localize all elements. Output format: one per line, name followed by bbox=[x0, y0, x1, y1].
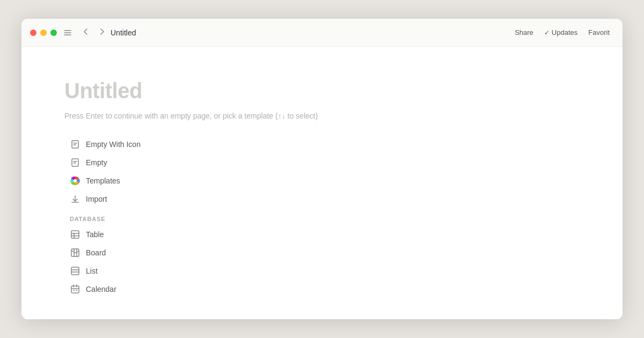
database-item-label: Calendar bbox=[86, 285, 116, 293]
database-item-label: Table bbox=[86, 230, 104, 239]
database-list: Table Board bbox=[64, 225, 580, 298]
database-item-label: Board bbox=[86, 248, 106, 257]
page-title-bar: Untitled bbox=[111, 28, 136, 37]
template-item-templates[interactable]: Templates bbox=[64, 172, 580, 190]
svg-point-11 bbox=[74, 179, 77, 182]
maximize-button[interactable] bbox=[50, 30, 57, 36]
check-icon: ✓ bbox=[544, 29, 550, 36]
page-icon bbox=[70, 139, 80, 150]
template-item-empty[interactable]: Empty bbox=[64, 153, 580, 172]
back-button[interactable] bbox=[79, 25, 92, 40]
database-item-list[interactable]: List bbox=[64, 262, 580, 280]
template-item-import[interactable]: Import bbox=[64, 190, 580, 208]
table-icon bbox=[70, 229, 80, 240]
templates-colorful-icon bbox=[70, 175, 80, 186]
main-content: Untitled Press Enter to continue with an… bbox=[21, 47, 623, 319]
share-button[interactable]: Share bbox=[510, 26, 538, 39]
database-section-label: DATABASE bbox=[64, 208, 580, 225]
svg-rect-14 bbox=[71, 231, 79, 238]
titlebar: Untitled Share ✓ Updates Favorit bbox=[21, 19, 623, 47]
favorites-button[interactable]: Favorit bbox=[584, 26, 614, 39]
database-item-label: List bbox=[86, 267, 98, 275]
updates-button[interactable]: ✓ Updates bbox=[540, 26, 582, 39]
database-item-board[interactable]: Board bbox=[64, 244, 580, 262]
page-empty-icon bbox=[70, 157, 80, 168]
database-item-calendar[interactable]: Calendar bbox=[64, 280, 580, 298]
nav-controls bbox=[79, 25, 108, 40]
template-item-label: Empty With Icon bbox=[86, 140, 141, 149]
calendar-icon bbox=[70, 284, 80, 295]
close-button[interactable] bbox=[30, 30, 36, 36]
svg-rect-6 bbox=[73, 142, 75, 143]
traffic-lights bbox=[30, 30, 57, 36]
svg-rect-7 bbox=[72, 159, 78, 166]
template-item-label: Templates bbox=[86, 177, 120, 185]
download-icon bbox=[70, 194, 80, 204]
minimize-button[interactable] bbox=[40, 30, 47, 36]
template-item-label: Import bbox=[86, 195, 107, 203]
template-item-empty-with-icon[interactable]: Empty With Icon bbox=[64, 135, 580, 153]
app-window: Untitled Share ✓ Updates Favorit Untitle… bbox=[21, 19, 623, 319]
svg-rect-24 bbox=[71, 267, 79, 275]
titlebar-actions: Share ✓ Updates Favorit bbox=[510, 26, 614, 39]
svg-rect-3 bbox=[72, 141, 78, 148]
template-item-label: Empty bbox=[86, 158, 107, 167]
database-item-table[interactable]: Table bbox=[64, 225, 580, 244]
svg-rect-27 bbox=[71, 286, 79, 293]
template-list: Empty With Icon Empty bbox=[64, 135, 580, 208]
forward-button[interactable] bbox=[96, 25, 108, 40]
board-icon bbox=[70, 247, 80, 258]
page-hint: Press Enter to continue with an empty pa… bbox=[64, 112, 580, 120]
menu-icon[interactable] bbox=[63, 28, 72, 37]
page-heading[interactable]: Untitled bbox=[64, 79, 580, 103]
list-icon bbox=[70, 266, 80, 276]
